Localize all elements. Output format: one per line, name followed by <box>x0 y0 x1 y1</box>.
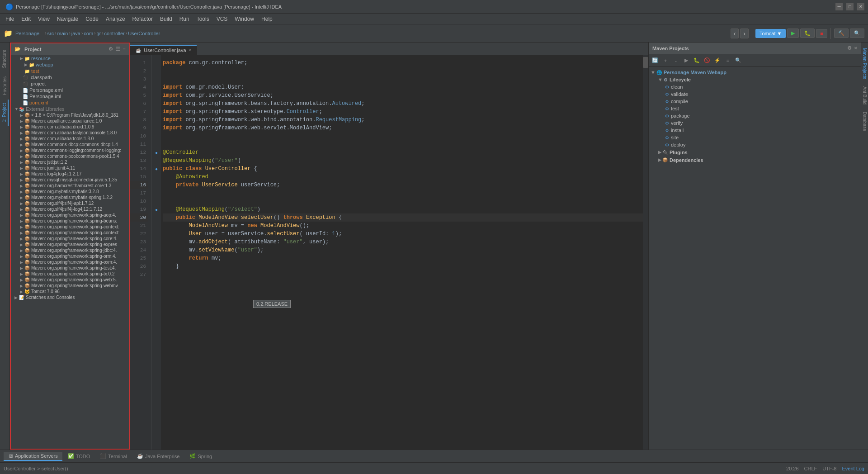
tree-resource[interactable]: ▶ 📁 resource <box>11 55 129 62</box>
navigate-back-btn[interactable]: ‹ <box>731 28 739 38</box>
tree-log4j[interactable]: ▶ 📦 Maven: log4j:log4j:1.2.17 <box>11 171 129 177</box>
com-bc[interactable]: com <box>84 31 93 36</box>
maven-site[interactable]: ⚙ site <box>649 134 861 141</box>
settings-icon[interactable]: ⚙ <box>108 46 113 52</box>
menu-analyze[interactable]: Analyze <box>102 15 129 23</box>
maven-project-root[interactable]: ▼ 🌐 Personage Maven Webapp <box>649 69 861 76</box>
layout-icon[interactable]: ☰ <box>116 46 120 52</box>
gear-icon2[interactable]: ≡ <box>123 46 126 52</box>
tree-spring-context2[interactable]: ▶ 📦 Maven: org.springframework:spring-co… <box>11 230 129 236</box>
favorites-tab[interactable]: Favorites <box>1 73 8 99</box>
build-project-btn[interactable]: 🔨 <box>834 28 849 38</box>
tree-spring-aop[interactable]: ▶ 📦 Maven: org.springframework:spring-ao… <box>11 212 129 218</box>
tree-scratches[interactable]: ▶ 📝 Scratches and Consoles <box>11 294 129 300</box>
tree-jdk[interactable]: ▶ 📦 < 1.8 > C:\Program Files\Java\jdk1.8… <box>11 112 129 118</box>
tomcat-dropdown[interactable]: Tomcat ▼ <box>755 29 786 38</box>
tree-slf4j[interactable]: ▶ 📦 Maven: org.slf4j:slf4j-api:1.7.12 <box>11 200 129 206</box>
run-button[interactable]: ▶ <box>787 28 799 38</box>
tree-spring-context1[interactable]: ▶ 📦 Maven: org.springframework:spring-co… <box>11 224 129 230</box>
maven-plugins-section[interactable]: ▶ 🔌 Plugins <box>649 148 861 156</box>
structure-tab[interactable]: Structure <box>1 46 9 72</box>
project-tab[interactable]: 1: Project <box>1 100 9 126</box>
menu-help[interactable]: Help <box>258 15 276 23</box>
maven-run-btn[interactable]: ▶ <box>682 56 691 65</box>
maven-generate-btn[interactable]: ⚡ <box>713 56 722 65</box>
close-button[interactable]: ✕ <box>857 3 864 10</box>
maximize-button[interactable]: □ <box>846 3 854 10</box>
menu-window[interactable]: Window <box>231 15 258 23</box>
search-everywhere-btn[interactable]: 🔍 <box>850 28 864 38</box>
controller-bc[interactable]: controller <box>104 31 125 36</box>
maven-dependencies-section[interactable]: ▶ 📦 Dependencies <box>649 156 861 164</box>
debug-button[interactable]: 🐛 <box>800 28 815 38</box>
tree-aopalliance[interactable]: ▶ 📦 Maven: aopalliance:aopalliance:1.0 <box>11 118 129 124</box>
navigate-fwd-btn[interactable]: › <box>740 28 749 38</box>
tree-alibaba-tools[interactable]: ▶ 📦 Maven: com.alibaba:tools:1.8.0 <box>11 136 129 142</box>
tab-close-btn[interactable]: × <box>189 48 191 52</box>
gr-bc[interactable]: gr <box>96 31 101 36</box>
maven-search-btn[interactable]: 🔍 <box>734 56 743 65</box>
tree-spring-web[interactable]: ▶ 📦 Maven: org.springframework:spring-we… <box>11 277 129 283</box>
tree-mybatis-spring[interactable]: ▶ 📦 Maven: org.mybatis:mybatis-spring:1.… <box>11 194 129 200</box>
tree-commons-dbcp[interactable]: ▶ 📦 Maven: commons-dbcp:commons-dbcp:1.4 <box>11 142 129 147</box>
tree-spring-jdbc[interactable]: ▶ 📦 Maven: org.springframework:spring-jd… <box>11 247 129 253</box>
tree-commons-pool[interactable]: ▶ 📦 Maven: commons-pool:commons-pool:1.5… <box>11 153 129 159</box>
stop-button[interactable]: ■ <box>816 29 827 38</box>
menu-view[interactable]: View <box>34 15 53 23</box>
maven-close-icon[interactable]: × <box>854 45 857 51</box>
main-bc[interactable]: main <box>57 31 68 36</box>
maven-toggle-btn[interactable]: ≡ <box>723 56 732 65</box>
menu-refactor[interactable]: Refactor <box>129 15 156 23</box>
src-bc[interactable]: src <box>47 31 54 36</box>
tree-mybatis[interactable]: ▶ 📦 Maven: org.mybatis:mybatis:3.2.8 <box>11 189 129 194</box>
maven-add-btn[interactable]: + <box>661 56 670 65</box>
tab-usercontroller[interactable]: ☕ UserController.java × <box>130 45 197 55</box>
maven-projects-tab[interactable]: Maven Projects <box>861 44 868 83</box>
maven-lifecycle-section[interactable]: ▼ ⚙ Lifecycle <box>649 76 861 83</box>
maven-compile[interactable]: ⚙ compile <box>649 98 861 105</box>
menu-file[interactable]: File <box>2 15 18 23</box>
menu-navigate[interactable]: Navigate <box>53 15 82 23</box>
tab-terminal[interactable]: ⬛ Terminal <box>95 452 132 460</box>
tab-java-enterprise[interactable]: ☕ Java Enterprise <box>132 452 184 460</box>
code-editor[interactable]: 1 2 3 4 5 6 7 8 9 10 11 12 13 14 15 16 1… <box>130 55 648 450</box>
usercontroller-bc[interactable]: UserController <box>128 31 160 36</box>
maven-deploy[interactable]: ⚙ deploy <box>649 141 861 148</box>
tree-spring-tx[interactable]: ▶ 📦 Maven: org.springframework:spring-tx… <box>11 271 129 277</box>
event-log-btn[interactable]: Event Log <box>842 466 864 471</box>
maven-clean[interactable]: ⚙ clean <box>649 83 861 90</box>
maven-refresh-btn[interactable]: 🔄 <box>651 56 660 65</box>
tree-pom[interactable]: 📄 pom.xml <box>11 100 129 106</box>
tree-hamcrest[interactable]: ▶ 📦 Maven: org.hamcrest:hamcrest-core:1.… <box>11 183 129 189</box>
maven-package[interactable]: ⚙ package <box>649 112 861 119</box>
tab-todo[interactable]: ✅ TODO <box>63 452 95 460</box>
tree-project[interactable]: ⚫ .project <box>11 81 129 87</box>
tree-tomcat[interactable]: ▶ 🐱 Tomcat 7.0.96 <box>11 289 129 294</box>
tree-commons-logging[interactable]: ▶ 📦 Maven: commons-logging:commons-loggi… <box>11 147 129 153</box>
database-tab[interactable]: Database <box>861 108 868 135</box>
vertical-scrollbar[interactable] <box>643 55 648 450</box>
maven-verify[interactable]: ⚙ verify <box>649 119 861 127</box>
maven-remove-btn[interactable]: - <box>671 56 680 65</box>
maven-debug-btn[interactable]: 🐛 <box>692 56 701 65</box>
maven-skip-test-btn[interactable]: 🚫 <box>703 56 712 65</box>
maven-test[interactable]: ⚙ test <box>649 105 861 112</box>
menu-code[interactable]: Code <box>82 15 102 23</box>
personage-breadcrumb[interactable]: Personage <box>15 31 39 36</box>
tree-personage-eml[interactable]: 📄 Personage.eml <box>11 87 129 93</box>
menu-build[interactable]: Build <box>156 15 176 23</box>
tree-webapp[interactable]: ▶ 📁 webapp <box>11 62 129 68</box>
tree-slf4j-log4j[interactable]: ▶ 📦 Maven: org.slf4j:slf4j-log4j12:1.7.1… <box>11 206 129 212</box>
tree-external-libs[interactable]: ▼ 📚 External Libraries <box>11 106 129 112</box>
maven-validate[interactable]: ⚙ validate <box>649 90 861 98</box>
tree-mysql[interactable]: ▶ 📦 Maven: mysql:mysql-connector-java:5.… <box>11 177 129 183</box>
tab-app-servers[interactable]: 🖥 Application Servers <box>4 452 62 461</box>
java-bc[interactable]: java <box>71 31 80 36</box>
tree-spring-expression[interactable]: ▶ 📦 Maven: org.springframework:spring-ex… <box>11 242 129 247</box>
maven-install[interactable]: ⚙ install <box>649 127 861 134</box>
tree-personage-iml[interactable]: 📄 Personage.iml <box>11 93 129 100</box>
menu-vcs[interactable]: VCS <box>213 15 231 23</box>
ant-build-tab[interactable]: Ant Build <box>861 83 868 108</box>
tab-spring[interactable]: 🌿 Spring <box>185 452 217 460</box>
menu-tools[interactable]: Tools <box>193 15 213 23</box>
